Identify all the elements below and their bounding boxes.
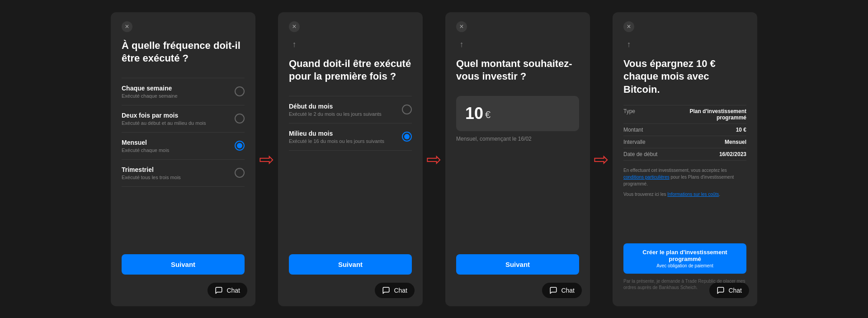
radio-deux-fois[interactable] (235, 114, 245, 123)
amount-value: 10 (465, 104, 483, 123)
amount-currency: € (485, 109, 491, 121)
arrow-2: ⇨ (426, 149, 442, 170)
screen1-wrapper: À quelle fréquence doit-il être exécuté … (111, 12, 255, 306)
arrow-1: ⇨ (259, 149, 274, 170)
screen1-title: À quelle fréquence doit-il être exécuté … (122, 39, 245, 65)
chat-button-1[interactable]: Chat (208, 283, 247, 298)
screen4-wrapper: Vous épargnez 10 € chaque mois avec Bitc… (613, 12, 757, 306)
close-button-4[interactable] (623, 21, 634, 32)
radio-trimestriel[interactable] (235, 168, 245, 178)
up-arrow-2[interactable] (289, 39, 300, 50)
summary-row-montant: Montant 10 € (623, 124, 746, 136)
radio-milieu-mois[interactable] (402, 132, 412, 142)
close-button-3[interactable] (456, 21, 467, 32)
summary-table: Type Plan d'investissement programmé Mon… (623, 105, 746, 161)
chat-icon-1 (215, 286, 223, 294)
screen2: Quand doit-il être exécuté pour la premi… (278, 12, 423, 306)
option-deux-fois[interactable]: Deux fois par mois Exécuté au début et a… (122, 105, 245, 132)
summary-row-date: Date de début 16/02/2023 (623, 148, 746, 161)
close-button-1[interactable] (122, 21, 132, 32)
option-chaque-semaine[interactable]: Chaque semaine Exécuté chaque semaine (122, 78, 245, 105)
radio-debut-mois[interactable] (402, 104, 412, 114)
option-debut-mois[interactable]: Début du mois Exécuté le 2 du mois ou le… (289, 96, 412, 123)
couts-link[interactable]: Informations sur les coûts (667, 192, 719, 197)
chat-button-2[interactable]: Chat (375, 283, 415, 298)
screen4: Vous épargnez 10 € chaque mois avec Bitc… (613, 12, 757, 306)
close-button-2[interactable] (289, 21, 300, 32)
chat-icon-3 (549, 286, 557, 294)
conditions-link[interactable]: conditions particulières (623, 175, 670, 180)
amount-sublabel: Mensuel, commençant le 16/02 (456, 136, 579, 142)
up-arrow-4[interactable] (623, 39, 634, 50)
screen2-options: Début du mois Exécuté le 2 du mois ou le… (289, 96, 412, 171)
radio-chaque-semaine[interactable] (235, 86, 245, 96)
radio-mensuel[interactable] (235, 141, 245, 151)
up-arrow-3[interactable] (456, 39, 467, 50)
screen3-title: Quel montant souhaitez-vous investir ? (456, 57, 579, 83)
amount-input-box[interactable]: 10 € (456, 96, 579, 131)
screen1-options: Chaque semaine Exécuté chaque semaine De… (122, 78, 245, 187)
screen2-title: Quand doit-il être exécuté pour la premi… (289, 57, 412, 83)
screens-container: À quelle fréquence doit-il être exécuté … (0, 0, 868, 318)
summary-row-type: Type Plan d'investissement programmé (623, 105, 746, 124)
screen3: Quel montant souhaitez-vous investir ? 1… (445, 12, 590, 306)
screen4-title: Vous épargnez 10 € chaque mois avec Bitc… (623, 57, 746, 96)
screen2-wrapper: Quand doit-il être exécuté pour la premi… (278, 12, 423, 306)
chat-button-4[interactable]: Chat (709, 283, 749, 298)
option-milieu-mois[interactable]: Milieu du mois Exécuté le 16 du mois ou … (289, 123, 412, 151)
suivant-button-1[interactable]: Suivant (122, 254, 245, 275)
suivant-button-3[interactable]: Suivant (456, 254, 579, 275)
summary-row-intervalle: Intervalle Mensuel (623, 136, 746, 148)
disclaimer1: En effectuant cet investissement, vous a… (623, 167, 746, 187)
option-trimestriel[interactable]: Trimestriel Exécuté tous les trois mois (122, 159, 245, 187)
chat-icon-4 (717, 286, 725, 294)
screen1: À quelle fréquence doit-il être exécuté … (111, 12, 255, 306)
create-plan-button[interactable]: Créer le plan d'investissement programmé… (623, 243, 746, 274)
create-btn-sub: Avec obligation de paiement (631, 263, 739, 268)
option-mensuel[interactable]: Mensuel Exécuté chaque mois (122, 132, 245, 159)
suivant-button-2[interactable]: Suivant (289, 254, 412, 275)
arrow-3: ⇨ (594, 149, 609, 170)
chat-icon-2 (382, 286, 390, 294)
chat-button-3[interactable]: Chat (542, 283, 582, 298)
disclaimer2: Vous trouverez ici les Informations sur … (623, 191, 746, 198)
screen3-wrapper: Quel montant souhaitez-vous investir ? 1… (445, 12, 590, 306)
